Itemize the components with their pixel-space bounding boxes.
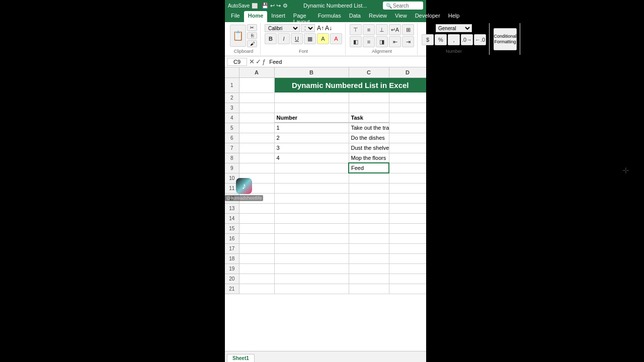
col-header-c[interactable]: C	[349, 67, 389, 77]
increase-font-button[interactable]: A↑	[317, 25, 324, 32]
font-name-select[interactable]: Calibri	[265, 24, 300, 32]
tab-insert[interactable]: Insert	[267, 11, 289, 22]
align-right-button[interactable]: ◨	[376, 36, 388, 47]
conditional-formatting-button[interactable]: ConditionalFormatting	[494, 28, 517, 50]
decrease-font-button[interactable]: A↓	[325, 25, 332, 32]
decimal-increase-button[interactable]: .0→	[461, 34, 473, 45]
formula-input[interactable]: Feed	[268, 59, 424, 65]
underline-button[interactable]: U	[291, 33, 303, 44]
comma-button[interactable]: ,	[448, 34, 460, 45]
table-row: 3	[225, 103, 426, 113]
cell-d2[interactable]	[389, 93, 426, 103]
cell-a7[interactable]	[239, 143, 274, 153]
cell-c5-task[interactable]: Take out the trash	[349, 123, 389, 133]
align-left-button[interactable]: ◧	[350, 36, 362, 47]
paste-button[interactable]: 📋	[230, 25, 246, 47]
ribbon: 📋 ✂ ⎘ 🖌 Clipboard Calibri 12	[225, 22, 426, 56]
header-task[interactable]: Task	[349, 113, 389, 123]
cell-b7-number[interactable]: 3	[274, 143, 349, 153]
font-group: Calibri 12 A↑ A↓ B I U ▦ A A Font	[262, 23, 346, 55]
spreadsheet-title: Dynamic Numbered List in Excel	[274, 77, 426, 93]
cell-d3[interactable]	[389, 103, 426, 113]
indent-increase-button[interactable]: ⇥	[402, 36, 414, 47]
copy-button[interactable]: ⎘	[247, 32, 257, 39]
cell-d8[interactable]	[389, 153, 426, 163]
decimal-decrease-button[interactable]: ←.0	[474, 34, 486, 45]
currency-button[interactable]: $	[422, 34, 434, 45]
cancel-formula-icon[interactable]: ✕	[249, 58, 255, 65]
cell-a2[interactable]	[239, 93, 274, 103]
tab-developer[interactable]: Developer	[411, 11, 444, 22]
number-format-select[interactable]: General	[436, 24, 472, 32]
cell-c8-task[interactable]: Mop the floors	[349, 153, 389, 163]
cell-d6[interactable]	[389, 133, 426, 143]
cell-a9[interactable]	[239, 163, 274, 173]
autosave-toggle[interactable]: ⬜	[252, 3, 258, 9]
font-color-button[interactable]: A	[330, 33, 342, 44]
cell-b8-number[interactable]: 4	[274, 153, 349, 163]
cell-a3[interactable]	[239, 103, 274, 113]
cell-b6-number[interactable]: 2	[274, 133, 349, 143]
align-bottom-button[interactable]: ⊥	[376, 24, 388, 35]
cell-d4[interactable]	[389, 113, 426, 123]
cell-a1[interactable]	[239, 77, 274, 93]
cell-c3[interactable]	[349, 103, 389, 113]
tab-help[interactable]: Help	[444, 11, 464, 22]
cell-b2[interactable]	[274, 93, 349, 103]
tab-file[interactable]: File	[227, 11, 244, 22]
spreadsheet-area[interactable]: A B C D 1 Dynamic Numbered List in Excel…	[225, 67, 426, 351]
cell-a8[interactable]	[239, 153, 274, 163]
cut-copy-format: ✂ ⎘ 🖌	[247, 24, 257, 47]
indent-decrease-button[interactable]: ⇤	[389, 36, 401, 47]
align-middle-button[interactable]: ≡	[363, 24, 375, 35]
search-box[interactable]: 🔍 Search	[383, 2, 423, 10]
cell-b3[interactable]	[274, 103, 349, 113]
cell-c9-active[interactable]: Feed	[349, 163, 389, 173]
sheet-tab-sheet1[interactable]: Sheet1	[227, 354, 255, 362]
clipboard-area: 📋 ✂ ⎘ 🖌	[230, 24, 257, 47]
cut-button[interactable]: ✂	[247, 24, 257, 31]
col-header-a[interactable]: A	[239, 67, 274, 77]
col-header-d[interactable]: D	[389, 67, 426, 77]
italic-button[interactable]: I	[278, 33, 290, 44]
tab-page-layout[interactable]: Page Layout	[289, 11, 314, 22]
format-painter-button[interactable]: 🖌	[247, 40, 257, 47]
tab-home[interactable]: Home	[244, 11, 268, 22]
cell-a5[interactable]	[239, 123, 274, 133]
align-center-button[interactable]: ≡	[363, 36, 375, 47]
cell-d5[interactable]	[389, 123, 426, 133]
row-num-4: 4	[225, 113, 239, 123]
cell-d7[interactable]	[389, 143, 426, 153]
cell-a6[interactable]	[239, 133, 274, 143]
cell-a4[interactable]	[239, 113, 274, 123]
font-size-select[interactable]: 12	[301, 24, 315, 32]
tab-data[interactable]: Data	[345, 11, 365, 22]
tab-review[interactable]: Review	[365, 11, 391, 22]
percent-button[interactable]: %	[435, 34, 447, 45]
border-button[interactable]: ▦	[304, 33, 316, 44]
search-placeholder: Search	[393, 3, 409, 9]
cell-d9[interactable]	[389, 163, 426, 173]
cell-b5-number[interactable]: 1	[274, 123, 349, 133]
tab-view[interactable]: View	[391, 11, 411, 22]
col-header-b[interactable]: B	[274, 67, 349, 77]
cell-c2[interactable]	[349, 93, 389, 103]
insert-function-icon[interactable]: ƒ	[262, 58, 266, 65]
confirm-formula-icon[interactable]: ✓	[256, 58, 261, 65]
align-top-button[interactable]: ⊤	[350, 24, 362, 35]
fill-color-button[interactable]: A	[317, 33, 329, 44]
cell-b9[interactable]	[274, 163, 349, 173]
bold-button[interactable]: B	[265, 33, 277, 44]
font-name-row: Calibri 12 A↑ A↓	[265, 24, 342, 32]
tab-formulas[interactable]: Formulas	[314, 11, 345, 22]
window-title: Dynamic Numbered List...	[303, 3, 367, 9]
toolbar-icons: 💾 ↩ ↪ ⚙	[262, 3, 287, 9]
clipboard-group: 📋 ✂ ⎘ 🖌 Clipboard	[227, 23, 261, 55]
wrap-text-button[interactable]: ↵A	[389, 24, 401, 35]
merge-center-button[interactable]: ⊞	[402, 24, 414, 35]
row-num-2: 2	[225, 93, 239, 103]
cell-c6-task[interactable]: Do the dishes	[349, 133, 389, 143]
cell-reference-input[interactable]: C9	[227, 58, 247, 66]
header-number[interactable]: Number	[274, 113, 349, 123]
cell-c7-task[interactable]: Dust the shelves	[349, 143, 389, 153]
